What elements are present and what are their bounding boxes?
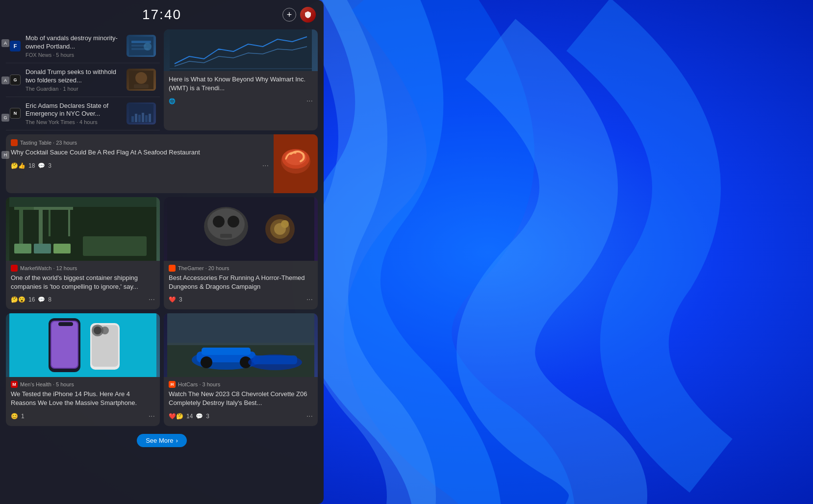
card-source-name: HotCars · 3 hours bbox=[178, 381, 220, 387]
svg-rect-59 bbox=[202, 348, 251, 355]
more-button[interactable]: ··· bbox=[149, 412, 155, 420]
comments-count: 3 bbox=[206, 413, 209, 420]
svg-rect-44 bbox=[9, 313, 156, 377]
shield-button[interactable] bbox=[300, 7, 316, 23]
svg-rect-26 bbox=[39, 207, 43, 246]
source-icon-marketwatch bbox=[11, 265, 18, 272]
svg-rect-56 bbox=[167, 313, 314, 345]
source-icon-fox: F bbox=[10, 41, 21, 51]
reactions-count: 16 bbox=[28, 296, 35, 303]
more-button[interactable]: ··· bbox=[306, 296, 313, 303]
sidebar-icon-h[interactable]: H bbox=[1, 151, 9, 159]
card-image-iphone bbox=[6, 313, 160, 377]
reactions-emoji: 😊 bbox=[11, 413, 18, 420]
see-more-label: See More bbox=[146, 437, 173, 444]
walmart-card[interactable]: Here is What to Know Beyond Why Walmart … bbox=[164, 29, 318, 130]
svg-rect-63 bbox=[253, 355, 297, 364]
card-reactions: ❤️ 3 bbox=[169, 296, 182, 303]
card-source-name: Men's Health · 5 hours bbox=[20, 381, 74, 387]
card-source-row: Tasting Table · 23 hours bbox=[11, 139, 269, 146]
sidebar-icons: A A G H bbox=[0, 39, 10, 159]
more-button[interactable]: ··· bbox=[306, 412, 313, 420]
svg-point-43 bbox=[281, 220, 289, 228]
list-item-source: The New York Times · 4 hours bbox=[25, 119, 122, 125]
card-grid-1: MarketWatch · 12 hours One of the world'… bbox=[6, 197, 318, 309]
walmart-card-image bbox=[164, 29, 318, 71]
card-image-bg bbox=[6, 197, 160, 261]
card-grid-2: M Men's Health · 5 hours We Tested the i… bbox=[6, 313, 318, 426]
card-source-name: TheGamer · 20 hours bbox=[178, 265, 229, 271]
walmart-card-actions: 🌐 ··· bbox=[169, 95, 313, 107]
tasting-card-image bbox=[274, 134, 318, 193]
menshealth-card[interactable]: M Men's Health · 5 hours We Tested the i… bbox=[6, 313, 160, 426]
source-icon-tasting bbox=[11, 139, 18, 146]
add-button[interactable]: + bbox=[282, 8, 296, 22]
svg-rect-27 bbox=[34, 207, 73, 210]
more-button[interactable]: ··· bbox=[262, 162, 269, 170]
tasting-card-actions: 🤔👍 18 💬 3 ··· bbox=[11, 160, 269, 172]
list-item-thumb bbox=[127, 69, 156, 91]
card-reactions: ❤️🤔 14 💬 3 bbox=[169, 413, 209, 420]
sidebar-icon-a2[interactable]: A bbox=[1, 76, 9, 84]
list-item-source: FOX News · 5 hours bbox=[25, 52, 122, 58]
see-more-button[interactable]: See More › bbox=[137, 434, 187, 447]
card-title-dnd: Best Accessories For Running A Horror-Th… bbox=[169, 274, 313, 291]
svg-point-53 bbox=[101, 327, 109, 334]
chevron-right-icon: › bbox=[176, 437, 178, 444]
svg-rect-33 bbox=[9, 197, 156, 207]
svg-rect-14 bbox=[145, 115, 148, 122]
card-source-row: MarketWatch · 12 hours bbox=[11, 265, 155, 272]
thegamer-card[interactable]: TheGamer · 20 hours Best Accessories For… bbox=[164, 197, 318, 309]
list-item[interactable]: N Eric Adams Declares State of Emergency… bbox=[6, 97, 160, 131]
list-item-title: Donald Trump seeks to withhold two folde… bbox=[25, 68, 122, 85]
comment-icon: 💬 bbox=[196, 413, 203, 420]
source-icon-nyt: N bbox=[10, 108, 21, 119]
card-source-name: Tasting Table · 23 hours bbox=[20, 140, 77, 146]
marketwatch-card[interactable]: MarketWatch · 12 hours One of the world'… bbox=[6, 197, 160, 309]
reactions-emoji: 🤔😮 bbox=[11, 296, 25, 303]
tasting-card-body: Tasting Table · 23 hours Why Cocktail Sa… bbox=[6, 134, 274, 193]
card-source-row: H HotCars · 3 hours bbox=[169, 381, 313, 388]
sidebar-icon-a[interactable]: A bbox=[1, 39, 9, 47]
list-item-source: The Guardian · 1 hour bbox=[25, 86, 122, 92]
list-item[interactable]: F Mob of vandals destroy minority-owned … bbox=[6, 29, 160, 63]
svg-point-37 bbox=[213, 216, 225, 227]
comments-count: 8 bbox=[48, 296, 51, 303]
svg-rect-39 bbox=[220, 234, 232, 238]
sidebar-icon-g[interactable]: G bbox=[1, 114, 9, 122]
svg-rect-23 bbox=[19, 207, 23, 246]
card-image-bg bbox=[164, 313, 318, 377]
card-actions-iphone: 😊 1 ··· bbox=[11, 410, 155, 422]
more-button[interactable]: ··· bbox=[306, 97, 313, 105]
tasting-table-card[interactable]: Tasting Table · 23 hours Why Cocktail Sa… bbox=[6, 134, 318, 193]
card-actions-shipping: 🤔😮 16 💬 8 ··· bbox=[11, 294, 155, 305]
svg-rect-47 bbox=[51, 322, 77, 368]
svg-point-52 bbox=[94, 327, 102, 334]
hotcars-card[interactable]: H HotCars · 3 hours Watch The New 2023 C… bbox=[164, 313, 318, 426]
card-body-shipping: MarketWatch · 12 hours One of the world'… bbox=[6, 261, 160, 309]
card-title-corvette: Watch The New 2023 C8 Chevrolet Corvette… bbox=[169, 390, 313, 407]
svg-rect-29 bbox=[14, 244, 31, 253]
card-title-iphone: We Tested the iPhone 14 Plus. Here Are 4… bbox=[11, 390, 155, 407]
list-item-title: Mob of vandals destroy minority-owned Po… bbox=[25, 34, 122, 51]
source-icon-guardian: G bbox=[10, 75, 21, 85]
svg-rect-10 bbox=[131, 116, 134, 122]
list-item-text: Mob of vandals destroy minority-owned Po… bbox=[25, 34, 122, 58]
top-section: F Mob of vandals destroy minority-owned … bbox=[6, 29, 318, 130]
thumb-image bbox=[127, 102, 156, 125]
card-image-bg bbox=[274, 134, 318, 193]
list-item-text: Eric Adams Declares State of Emergency i… bbox=[25, 102, 122, 126]
card-image-shipping bbox=[6, 197, 160, 261]
thumb-image bbox=[127, 69, 156, 91]
more-button[interactable]: ··· bbox=[149, 296, 155, 303]
clock-actions: + bbox=[282, 7, 316, 23]
card-title-shipping: One of the world's biggest container shi… bbox=[11, 274, 155, 291]
svg-rect-11 bbox=[135, 114, 137, 122]
news-panel: 17:40 + A A G H F Mob of va bbox=[0, 0, 324, 504]
card-body-iphone: M Men's Health · 5 hours We Tested the i… bbox=[6, 377, 160, 426]
card-body-dnd: TheGamer · 20 hours Best Accessories For… bbox=[164, 261, 318, 309]
thumb-image bbox=[127, 35, 156, 57]
svg-rect-12 bbox=[138, 115, 141, 122]
reactions-count: 18 bbox=[28, 162, 35, 169]
list-item[interactable]: G Donald Trump seeks to withhold two fol… bbox=[6, 63, 160, 97]
